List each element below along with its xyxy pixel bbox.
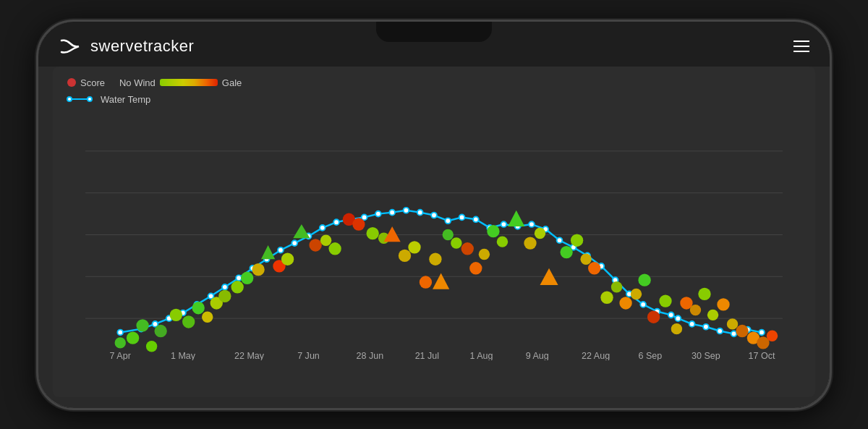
svg-point-109 xyxy=(707,309,718,320)
svg-point-87 xyxy=(479,248,490,259)
svg-point-64 xyxy=(241,271,253,284)
svg-point-96 xyxy=(580,253,591,264)
svg-point-5 xyxy=(117,329,123,335)
svg-point-36 xyxy=(557,237,563,243)
app-title: swervetracker xyxy=(90,37,194,56)
svg-marker-90 xyxy=(508,210,524,226)
svg-point-97 xyxy=(588,262,600,274)
svg-point-55 xyxy=(146,341,157,352)
svg-point-56 xyxy=(154,324,166,336)
svg-point-12 xyxy=(222,284,228,289)
wind-gale-label: Gale xyxy=(222,77,242,88)
svg-point-78 xyxy=(399,249,411,261)
svg-text:22 Aug: 22 Aug xyxy=(582,351,610,360)
svg-point-86 xyxy=(469,262,482,274)
temp-label: Water Temp xyxy=(101,94,150,105)
svg-point-80 xyxy=(420,276,432,288)
svg-point-16 xyxy=(278,247,284,252)
menu-button[interactable] xyxy=(793,41,809,52)
svg-point-49 xyxy=(731,331,737,336)
svg-point-57 xyxy=(170,308,182,320)
svg-point-91 xyxy=(524,237,536,249)
svg-text:28 Jun: 28 Jun xyxy=(357,351,384,360)
svg-point-17 xyxy=(292,240,297,246)
svg-point-75 xyxy=(367,226,379,239)
wind-no-label: No Wind xyxy=(119,77,156,88)
svg-point-45 xyxy=(676,315,681,321)
score-label: Score xyxy=(80,77,105,88)
svg-point-62 xyxy=(218,289,231,302)
svg-point-23 xyxy=(375,211,381,216)
svg-point-115 xyxy=(767,330,778,341)
svg-text:1 May: 1 May xyxy=(171,351,196,360)
svg-point-53 xyxy=(127,331,139,344)
svg-point-52 xyxy=(115,337,126,348)
legend-water-temp: Water Temp xyxy=(67,94,150,105)
legend-row-2: Water Temp xyxy=(67,94,801,105)
svg-point-47 xyxy=(703,323,709,329)
svg-point-85 xyxy=(461,242,474,255)
svg-point-89 xyxy=(497,236,508,247)
svg-point-83 xyxy=(443,229,454,239)
svg-point-30 xyxy=(473,216,479,222)
svg-point-13 xyxy=(236,275,242,281)
svg-point-58 xyxy=(182,315,195,328)
svg-text:6 Sep: 6 Sep xyxy=(638,351,662,360)
svg-marker-69 xyxy=(293,224,310,238)
svg-point-68 xyxy=(281,252,294,265)
svg-point-19 xyxy=(320,225,326,231)
svg-text:7 Jun: 7 Jun xyxy=(297,351,320,360)
logo-area: swervetracker xyxy=(59,35,194,58)
svg-point-110 xyxy=(717,298,729,310)
svg-point-92 xyxy=(535,227,545,238)
svg-text:21 Jul: 21 Jul xyxy=(415,351,439,360)
svg-point-27 xyxy=(431,212,437,218)
svg-point-25 xyxy=(404,207,409,213)
svg-point-44 xyxy=(668,312,674,318)
svg-point-111 xyxy=(727,318,738,329)
svg-point-32 xyxy=(501,221,507,227)
legend-wind: No Wind Gale xyxy=(119,77,242,88)
legend-score: Score xyxy=(67,77,105,88)
svg-point-108 xyxy=(698,287,710,300)
svg-point-95 xyxy=(571,234,583,246)
svg-text:22 May: 22 May xyxy=(234,351,265,360)
svg-point-24 xyxy=(389,209,395,215)
svg-point-84 xyxy=(451,237,461,248)
svg-text:9 Aug: 9 Aug xyxy=(526,351,549,360)
svg-point-74 xyxy=(352,218,365,230)
svg-point-20 xyxy=(333,219,339,225)
svg-point-100 xyxy=(619,297,631,309)
svg-point-34 xyxy=(529,221,535,227)
svg-point-29 xyxy=(459,214,465,220)
svg-text:17 Oct: 17 Oct xyxy=(749,351,775,360)
legend-row-1: Score No Wind Gale xyxy=(67,77,801,88)
svg-point-107 xyxy=(690,304,701,315)
phone-screen: swervetracker Score No Wind Gale xyxy=(38,22,830,408)
svg-point-112 xyxy=(736,324,748,336)
logo-icon xyxy=(59,35,82,58)
side-button xyxy=(36,166,38,195)
header: swervetracker xyxy=(38,22,830,67)
svg-point-88 xyxy=(487,225,499,237)
phone-frame: swervetracker Score No Wind Gale xyxy=(36,20,832,410)
svg-point-65 xyxy=(252,263,264,276)
svg-marker-82 xyxy=(433,273,449,289)
svg-point-71 xyxy=(320,234,331,245)
svg-point-104 xyxy=(659,294,671,307)
temp-line-legend xyxy=(67,96,92,102)
temp-dots xyxy=(117,207,764,336)
svg-point-54 xyxy=(136,319,148,331)
wind-gradient xyxy=(160,79,218,86)
svg-point-42 xyxy=(640,302,646,307)
svg-point-48 xyxy=(717,328,723,334)
svg-point-72 xyxy=(328,242,341,255)
svg-point-98 xyxy=(600,291,613,303)
chart-container: Score No Wind Gale Water Temp xyxy=(53,67,815,397)
svg-point-63 xyxy=(231,281,244,293)
svg-point-28 xyxy=(445,218,451,224)
svg-point-79 xyxy=(408,241,420,253)
svg-text:30 Sep: 30 Sep xyxy=(692,351,720,360)
svg-text:1 Aug: 1 Aug xyxy=(470,351,493,360)
svg-point-81 xyxy=(429,252,441,265)
